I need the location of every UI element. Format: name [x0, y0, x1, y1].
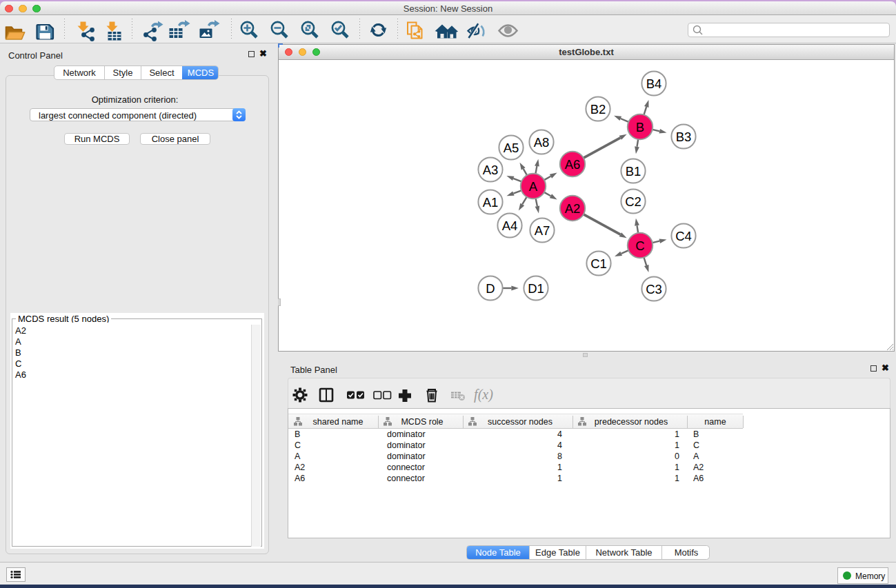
svg-text:shared name: shared name	[313, 417, 364, 427]
svg-text:B: B	[693, 429, 699, 439]
svg-text:1: 1	[675, 474, 679, 483]
svg-text:1: 1	[675, 440, 679, 450]
svg-text:A3: A3	[483, 163, 499, 177]
svg-text:1: 1	[557, 463, 562, 472]
svg-text:A: A	[295, 452, 301, 461]
svg-text:A2: A2	[693, 463, 704, 472]
svg-text:predecessor nodes: predecessor nodes	[595, 417, 668, 427]
svg-text:MCDS role: MCDS role	[401, 417, 443, 427]
svg-text:D1: D1	[528, 281, 544, 296]
svg-text:dominator: dominator	[387, 440, 426, 450]
svg-text:A8: A8	[534, 135, 550, 150]
svg-text:A6: A6	[565, 157, 581, 172]
svg-text:B3: B3	[676, 130, 692, 144]
svg-text:A1: A1	[483, 195, 499, 210]
svg-text:A2: A2	[295, 463, 305, 472]
svg-text:A: A	[693, 452, 699, 461]
svg-text:D: D	[486, 281, 495, 296]
svg-text:A6: A6	[693, 474, 704, 483]
svg-text:A7: A7	[535, 223, 550, 238]
svg-text:B: B	[636, 120, 644, 134]
svg-text:connector: connector	[387, 474, 425, 483]
svg-text:1: 1	[675, 429, 679, 439]
svg-text:C2: C2	[625, 194, 641, 209]
svg-text:A6: A6	[295, 474, 305, 483]
svg-text:1: 1	[675, 463, 679, 472]
svg-text:dominator: dominator	[387, 429, 426, 439]
svg-text:f(x): f(x)	[474, 387, 493, 403]
svg-text:0: 0	[675, 452, 679, 461]
svg-text:B2: B2	[590, 102, 606, 116]
svg-text:connector: connector	[387, 463, 425, 472]
svg-text:C: C	[635, 239, 644, 253]
svg-text:A2: A2	[565, 201, 581, 216]
svg-text:1: 1	[557, 474, 562, 483]
svg-text:8: 8	[557, 452, 562, 461]
svg-text:C3: C3	[646, 282, 662, 296]
svg-text:A5: A5	[504, 141, 519, 155]
svg-text:B4: B4	[646, 77, 662, 91]
svg-text:4: 4	[557, 429, 562, 439]
svg-text:B1: B1	[626, 164, 641, 179]
svg-text:4: 4	[557, 440, 562, 450]
svg-text:dominator: dominator	[387, 452, 426, 461]
svg-text:successor nodes: successor nodes	[488, 417, 552, 427]
svg-text:C1: C1	[590, 256, 607, 271]
svg-text:C: C	[295, 440, 301, 450]
svg-text:C: C	[693, 440, 699, 450]
svg-text:name: name	[704, 417, 726, 427]
svg-text:C4: C4	[675, 229, 692, 243]
svg-text:B: B	[295, 429, 300, 439]
svg-text:A4: A4	[502, 219, 518, 233]
svg-text:A: A	[529, 179, 538, 194]
